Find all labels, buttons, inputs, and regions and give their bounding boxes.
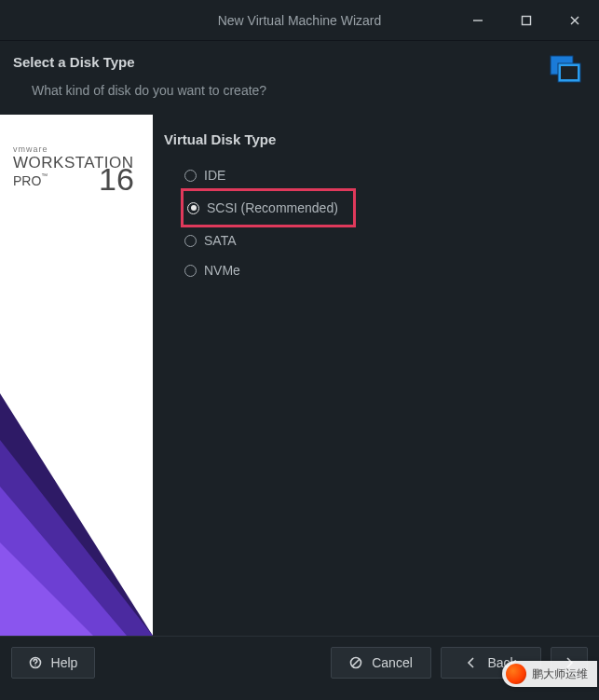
watermark-text: 鹏大师运维 <box>532 666 588 682</box>
radio-icon <box>184 235 197 247</box>
brand-version: 16 <box>99 161 134 198</box>
chevron-left-icon <box>465 656 478 669</box>
radio-ide[interactable]: IDE <box>184 160 588 190</box>
wizard-content: Virtual Disk Type IDE SCSI (Recommended)… <box>153 115 599 636</box>
vmware-brand: vmware WORKSTATION PRO™ 16 <box>13 144 134 189</box>
page-subtitle: What kind of disk do you want to create? <box>32 83 586 98</box>
svg-point-12 <box>34 665 35 666</box>
titlebar: New Virtual Machine Wizard <box>0 0 599 41</box>
watermark-avatar-icon <box>506 664 526 684</box>
cancel-label: Cancel <box>372 655 413 670</box>
disk-header-icon <box>545 52 586 93</box>
brand-tm: ™ <box>41 172 48 179</box>
svg-line-14 <box>352 659 360 666</box>
radio-icon <box>184 170 197 182</box>
minimize-button[interactable] <box>454 0 502 40</box>
wizard-sidebar: vmware WORKSTATION PRO™ 16 <box>0 115 153 636</box>
radio-label: NVMe <box>204 263 240 278</box>
svg-rect-1 <box>523 16 531 24</box>
section-title: Virtual Disk Type <box>164 131 588 147</box>
help-label: Help <box>51 655 78 670</box>
radio-icon <box>187 202 199 214</box>
cancel-icon <box>349 656 362 669</box>
cancel-button[interactable]: Cancel <box>331 647 431 679</box>
brand-line1: vmware <box>13 144 134 154</box>
page-title: Select a Disk Type <box>13 54 586 70</box>
radio-sata[interactable]: SATA <box>184 226 588 255</box>
maximize-icon <box>520 14 533 27</box>
radio-label: IDE <box>204 168 225 183</box>
close-icon <box>568 14 581 27</box>
close-button[interactable] <box>551 0 599 40</box>
sidebar-decoration <box>0 356 153 636</box>
radio-label: SATA <box>204 233 237 248</box>
minimize-icon <box>471 14 484 27</box>
watermark: 鹏大师运维 <box>502 661 597 687</box>
radio-nvme[interactable]: NVMe <box>184 255 588 285</box>
help-icon <box>29 656 42 669</box>
radio-label: SCSI (Recommended) <box>207 200 338 215</box>
window-controls <box>454 0 599 40</box>
highlight-recommended: SCSI (Recommended) <box>181 188 356 227</box>
svg-rect-6 <box>561 66 578 79</box>
radio-icon <box>184 265 197 277</box>
radio-scsi[interactable]: SCSI (Recommended) <box>184 193 340 223</box>
help-button[interactable]: Help <box>11 647 95 679</box>
brand-line3: PRO <box>13 173 41 188</box>
disk-type-radio-group: IDE SCSI (Recommended) SATA NVMe <box>184 160 588 285</box>
maximize-button[interactable] <box>502 0 551 40</box>
wizard-header: Select a Disk Type What kind of disk do … <box>0 41 599 115</box>
